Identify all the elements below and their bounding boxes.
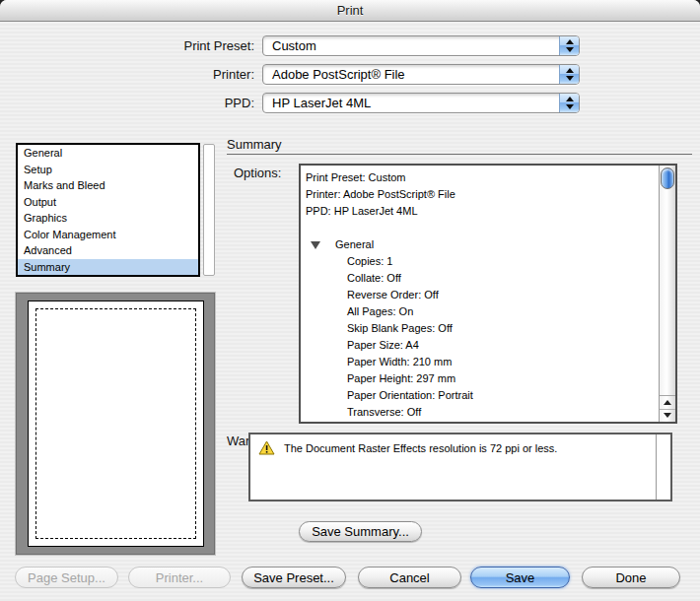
warnings-scrollbar[interactable] xyxy=(656,434,670,500)
sidebar-item-color-management[interactable]: Color Management xyxy=(18,227,198,243)
options-lines: Print Preset: CustomPrinter: Adobe PostS… xyxy=(301,166,659,422)
ppd-value: HP LaserJet 4ML xyxy=(272,94,371,112)
printer-row: Printer: Adobe PostScript® File xyxy=(0,64,700,85)
options-line xyxy=(301,220,659,236)
options-scrollbar[interactable] xyxy=(659,166,675,422)
options-line: All Pages: On xyxy=(301,303,659,320)
sidebar-item-output[interactable]: Output xyxy=(18,194,198,211)
page-preview xyxy=(15,292,216,556)
printer-value: Adobe PostScript® File xyxy=(272,65,405,84)
print-preset-select[interactable]: Custom xyxy=(262,35,580,56)
options-line: Paper Size: A4 xyxy=(301,337,659,354)
sections-list-scrollbar[interactable] xyxy=(203,144,215,276)
options-line: Paper Width: 210 mm xyxy=(301,354,659,370)
options-group-header: General xyxy=(301,236,659,253)
panel-heading: Summary xyxy=(227,137,282,152)
sidebar-item-general[interactable]: General xyxy=(18,145,198,162)
print-preset-value: Custom xyxy=(272,36,316,55)
page-setup-button: Page Setup... xyxy=(15,567,118,588)
window-title: Print xyxy=(337,3,364,18)
popup-stepper-icon[interactable] xyxy=(559,94,579,112)
save-summary-button[interactable]: Save Summary... xyxy=(299,521,422,542)
cancel-button[interactable]: Cancel xyxy=(358,567,461,588)
popup-stepper-icon[interactable] xyxy=(559,36,579,55)
printable-area-outline xyxy=(35,308,196,539)
options-line: PPD: HP LaserJet 4ML xyxy=(301,203,659,220)
done-button[interactable]: Done xyxy=(582,567,680,588)
scroll-up-button[interactable] xyxy=(660,396,675,409)
printer-label: Printer: xyxy=(213,64,254,85)
options-line: Copies: 1 xyxy=(301,253,659,270)
ppd-select[interactable]: HP LaserJet 4ML xyxy=(262,93,580,113)
disclosure-triangle-icon[interactable] xyxy=(311,241,320,249)
scrollbar-arrows xyxy=(660,395,675,422)
sidebar-item-summary[interactable]: Summary xyxy=(18,259,198,276)
save-button[interactable]: Save xyxy=(470,567,570,588)
options-line: Reverse Order: Off xyxy=(301,287,659,303)
save-preset-button[interactable]: Save Preset... xyxy=(242,567,346,588)
printer-select[interactable]: Adobe PostScript® File xyxy=(262,64,580,85)
options-line: Print Preset: Custom xyxy=(301,169,659,186)
warning-triangle-icon xyxy=(258,440,275,455)
sidebar-item-graphics[interactable]: Graphics xyxy=(18,210,198,227)
titlebar[interactable]: Print xyxy=(0,0,700,22)
options-line: Printer: Adobe PostScript® File xyxy=(301,186,659,203)
heading-divider xyxy=(227,154,692,155)
options-line: Collate: Off xyxy=(301,270,659,287)
ppd-label: PPD: xyxy=(225,93,254,113)
sections-list[interactable]: GeneralSetupMarks and BleedOutputGraphic… xyxy=(16,143,200,277)
sidebar-item-setup[interactable]: Setup xyxy=(18,162,198,178)
warning-text: The Document Raster Effects resolution i… xyxy=(284,442,557,454)
sidebar-item-marks-and-bleed[interactable]: Marks and Bleed xyxy=(18,177,198,194)
options-line: Skip Blank Pages: Off xyxy=(301,320,659,337)
scrollbar-thumb[interactable] xyxy=(661,167,674,189)
print-dialog-window: Print Print Preset: Custom Printer: Adob… xyxy=(0,0,700,601)
options-textarea[interactable]: Print Preset: CustomPrinter: Adobe PostS… xyxy=(299,164,677,424)
sidebar-item-advanced[interactable]: Advanced xyxy=(18,242,198,259)
options-label: Options: xyxy=(234,166,281,180)
popup-stepper-icon[interactable] xyxy=(559,65,579,84)
ppd-row: PPD: HP LaserJet 4ML xyxy=(0,93,700,113)
print-preset-row: Print Preset: Custom xyxy=(0,35,700,56)
preview-page xyxy=(28,300,204,547)
options-line: Paper Orientation: Portrait xyxy=(301,387,659,404)
options-line: Transverse: Off xyxy=(301,404,659,421)
warnings-textarea[interactable]: The Document Raster Effects resolution i… xyxy=(248,433,672,501)
printer-button: Printer... xyxy=(128,567,231,588)
print-preset-label: Print Preset: xyxy=(183,35,254,56)
scroll-down-button[interactable] xyxy=(660,409,675,422)
options-line: Paper Height: 297 mm xyxy=(301,370,659,387)
